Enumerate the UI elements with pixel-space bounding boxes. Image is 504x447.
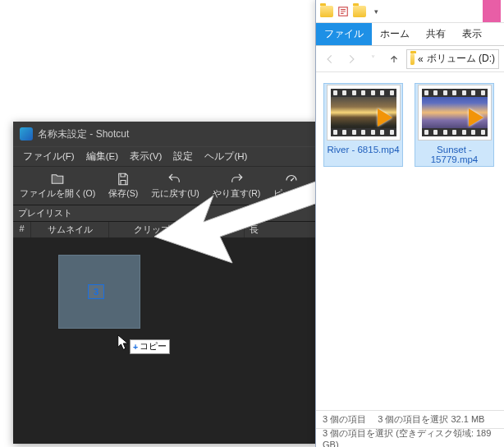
shotcut-window: 名称未設定 - Shotcut ファイル(F) 編集(E) 表示(V) 設定 ヘ… [13,122,317,444]
status-disk-space: 3 個の項目を選択 (空きディスク領域: 189 GB) [323,427,497,448]
file-thumbnail [328,85,400,140]
shotcut-menubar: ファイル(F) 編集(E) 表示(V) 設定 ヘルプ(H) [13,146,317,166]
vlc-play-overlay-icon [469,108,483,127]
file-thumbnail [419,85,491,140]
nav-up-button[interactable] [385,50,403,68]
explorer-statusbar-lower: 3 個の項目を選択 (空きディスク領域: 189 GB) [316,428,504,447]
peak-meter-button[interactable]: ピークメ [267,168,316,203]
playlist-panel-title: プレイリスト [13,205,317,222]
redo-button[interactable]: やり直す(R) [206,168,268,203]
redo-label: やり直す(R) [213,188,261,200]
peak-meter-icon [284,172,299,187]
redo-icon [229,172,244,187]
undo-button[interactable]: 元に戻す(U) [144,168,206,203]
file-name-label: Sunset - 15779.mp4 [417,145,492,164]
shotcut-title: 名称未設定 - Shotcut [38,127,129,141]
save-icon [116,172,131,187]
peak-label: ピークメ [273,188,309,200]
file-item-sunset[interactable]: Sunset - 15779.mp4 [415,84,493,166]
nav-back-button[interactable] [321,50,339,68]
qat-properties-icon[interactable] [336,4,351,19]
playlist-header-length[interactable]: 長 [245,222,317,237]
playlist-header-in[interactable]: イン [195,222,245,237]
nav-forward-button[interactable] [342,50,360,68]
tab-share[interactable]: 共有 [418,23,454,45]
menu-help[interactable]: ヘルプ(H) [199,148,252,165]
playlist-header-thumbnail[interactable]: サムネイル [31,222,109,237]
menu-file[interactable]: ファイル(F) [18,148,80,165]
nav-history-dropdown[interactable]: ˅ [364,50,382,68]
app-folder-icon[interactable] [319,4,334,19]
file-item-river[interactable]: River - 6815.mp4 [324,84,402,166]
address-prefix: « [418,53,424,65]
status-item-count: 3 個の項目 [323,413,366,426]
undo-icon [167,172,182,187]
menu-settings[interactable]: 設定 [168,148,198,165]
plus-icon: + [133,342,138,352]
qat-dropdown-icon[interactable]: ▾ [369,4,383,19]
menu-edit[interactable]: 編集(E) [81,148,123,165]
drag-item-count-badge: 3 [88,284,104,299]
explorer-ribbon-tabs: ファイル ホーム 共有 表示 [316,23,504,46]
vlc-play-overlay-icon [378,108,392,127]
tab-file[interactable]: ファイル [316,23,372,45]
address-bar[interactable]: « ボリューム (D:) [406,49,499,69]
address-folder-icon [410,53,415,65]
qat-new-folder-icon[interactable] [352,4,367,19]
playlist-header-row: # サムネイル クリップ イン 長 [13,222,317,238]
open-file-label: ファイルを開く(O) [20,188,95,200]
playlist-header-index[interactable]: # [13,222,31,237]
open-file-icon [50,172,65,187]
shotcut-toolbar: ファイルを開く(O) 保存(S) 元に戻す(U) やり直す(R) ピークメ [13,166,317,205]
explorer-window: ▾ ファイル ホーム 共有 表示 ˅ « ボリューム (D:) [315,0,504,447]
tab-view[interactable]: 表示 [454,23,490,45]
undo-label: 元に戻す(U) [151,188,199,200]
shotcut-logo-icon [20,127,33,141]
svg-point-0 [291,179,292,181]
address-path: ボリューム (D:) [427,52,495,66]
explorer-file-pane[interactable]: River - 6815.mp4 Sunset - 15779.mp4 [316,72,504,177]
status-selection-info: 3 個の項目を選択 32.1 MB [378,413,484,426]
partial-right-edge [483,0,501,22]
file-name-label: River - 6815.mp4 [327,145,399,154]
open-file-button[interactable]: ファイルを開く(O) [13,168,102,203]
playlist-body[interactable]: 3 + コピー [13,238,317,444]
menu-view[interactable]: 表示(V) [125,148,167,165]
explorer-quick-access-toolbar: ▾ [316,0,504,23]
drop-copy-tooltip: + コピー [130,339,170,354]
explorer-addressbar-row: ˅ « ボリューム (D:) [316,46,504,72]
tab-home[interactable]: ホーム [372,23,418,45]
shotcut-titlebar[interactable]: 名称未設定 - Shotcut [13,122,317,146]
drop-copy-label: コピー [140,341,167,353]
explorer-statusbar-upper: 3 個の項目 3 個の項目を選択 32.1 MB [316,410,504,428]
playlist-header-clip[interactable]: クリップ [109,222,195,237]
save-button[interactable]: 保存(S) [102,168,144,203]
save-label: 保存(S) [108,188,138,200]
